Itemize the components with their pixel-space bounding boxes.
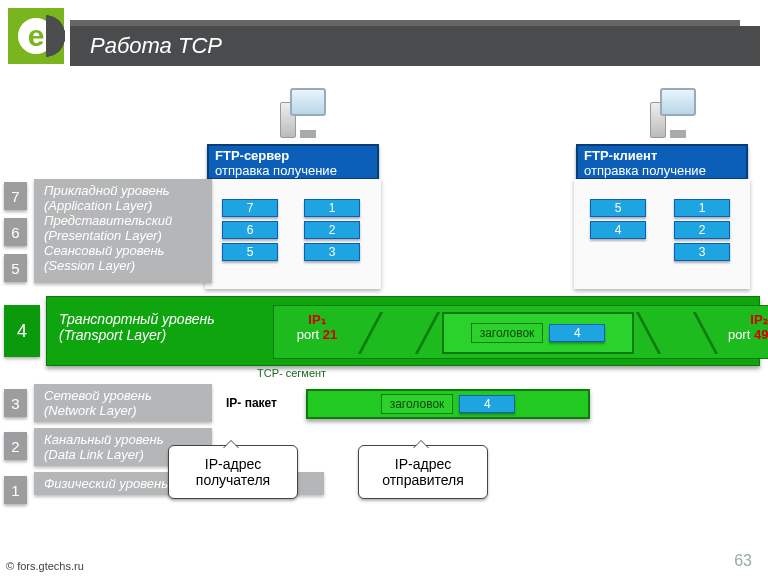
queue-chip: 2 [304,221,360,239]
page-number: 63 [734,552,752,570]
ip-header-label: заголовок [381,394,454,414]
queue-chip: 3 [304,243,360,261]
layer-number-2: 2 [4,432,27,460]
ftp-server-header: FTP-серверотправка получение [207,144,379,180]
osi-layer-3: Сетевой уровень(Network Layer) [34,384,212,422]
transport-layer-row: Транспортный уровень(Transport Layer) IP… [46,296,760,366]
tcp-header-label: заголовок [471,323,544,343]
layer-number-6: 6 [4,218,27,246]
src-endpoint: IP₁port 21 [278,312,356,354]
tcp-segment: IP₁port 21 заголовок 4 IP₂port 49152 [273,305,768,359]
layer-number-5: 5 [4,254,27,282]
ftp-client-header: FTP-клиентотправка получение [576,144,748,180]
payload-chip: 4 [549,324,605,342]
layer-number-1: 1 [4,476,27,504]
bubble-recipient-ip: IP-адрес получателя [168,445,298,499]
layer-number-3: 3 [4,389,27,417]
queue-chip: 1 [304,199,360,217]
layer-number-4: 4 [4,305,40,357]
bubble-sender-ip: IP-адрес отправителя [358,445,488,499]
dst-endpoint: IP₂port 49152 [720,312,768,354]
tcp-caption: TCP- сегмент [257,367,326,379]
osi-layer-7-6-5: Прикладной уровень(Application Layer) Пр… [34,179,212,283]
footer-copyright: © fors.gtechs.ru [6,560,84,572]
ip-payload-chip: 4 [459,395,515,413]
ip-packet-label: IP- пакет [226,396,277,410]
ip-packet: заголовок 4 [306,389,590,419]
layer-number-7: 7 [4,182,27,210]
queue-chip: 3 [674,243,730,261]
queue-chip: 5 [590,199,646,217]
brand-logo: e [8,8,64,64]
queue-chip: 5 [222,243,278,261]
queue-chip: 4 [590,221,646,239]
server-computer-icon [280,88,338,138]
page-title: Работа TCP [70,26,760,66]
queue-chip: 2 [674,221,730,239]
client-computer-icon [650,88,708,138]
queue-chip: 7 [222,199,278,217]
queue-chip: 1 [674,199,730,217]
queue-chip: 6 [222,221,278,239]
